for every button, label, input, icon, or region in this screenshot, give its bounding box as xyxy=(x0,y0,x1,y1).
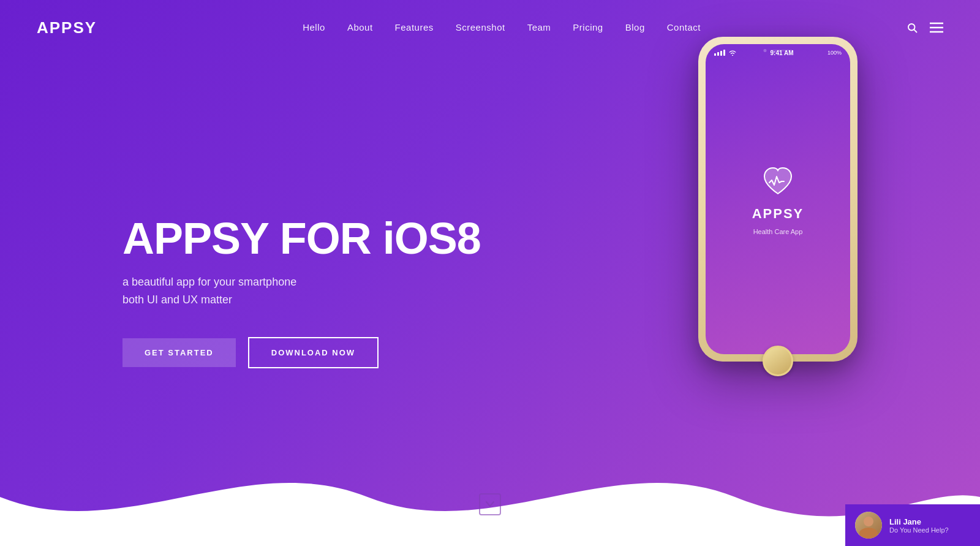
nav-item-pricing[interactable]: Pricing xyxy=(573,22,603,33)
hero-subtitle-1: a beautiful app for your smartphone xyxy=(123,276,481,289)
chat-avatar-image xyxy=(855,512,882,539)
hero-title: APPSY FOR iOS8 xyxy=(123,214,481,263)
nav-actions xyxy=(907,22,943,33)
scroll-chevron[interactable] xyxy=(479,493,501,515)
chat-widget[interactable]: Lili Jane Do You Need Help? xyxy=(845,504,980,546)
app-heart-icon xyxy=(760,163,796,200)
nav-item-about[interactable]: About xyxy=(347,22,373,33)
hero-subtitle-2: both UI and UX matter xyxy=(123,294,481,306)
chat-text: Lili Jane Do You Need Help? xyxy=(889,517,949,534)
phone-app-name: APPSY xyxy=(752,206,804,222)
scroll-indicator[interactable] xyxy=(479,493,501,515)
nav-item-blog[interactable]: Blog xyxy=(625,22,645,33)
svg-line-1 xyxy=(914,29,916,32)
phone-app-content: APPSY Health Care App xyxy=(752,163,804,235)
download-button[interactable]: DOWNLOAD NOW xyxy=(248,337,379,368)
nav-item-contact[interactable]: Contact xyxy=(667,22,701,33)
phone-app-tagline: Health Care App xyxy=(753,228,803,235)
hero-content: APPSY FOR iOS8 a beautiful app for your … xyxy=(0,178,481,368)
nav-item-hello[interactable]: Hello xyxy=(303,22,325,33)
search-icon xyxy=(907,22,918,33)
get-started-button[interactable]: GET STARTED xyxy=(123,338,236,367)
nav-item-features[interactable]: Features xyxy=(395,22,434,33)
menu-button[interactable] xyxy=(930,22,943,33)
chat-avatar xyxy=(855,512,882,539)
hero-section: APPSY FOR iOS8 a beautiful app for your … xyxy=(0,0,980,546)
chevron-down-icon xyxy=(486,500,494,509)
phone-screen: 9:41 AM 100% APPSY H xyxy=(706,44,850,354)
nav-logo: APPSY xyxy=(37,18,97,37)
hero-buttons: GET STARTED DOWNLOAD NOW xyxy=(123,337,481,368)
phone-outer-frame: 9:41 AM 100% APPSY H xyxy=(698,37,858,362)
search-button[interactable] xyxy=(907,22,918,33)
brand-name: APPSY xyxy=(37,18,97,37)
chat-help-text: Do You Need Help? xyxy=(889,526,949,534)
phone-home-button xyxy=(763,346,793,376)
chat-agent-name: Lili Jane xyxy=(889,517,949,526)
hamburger-icon xyxy=(930,22,943,33)
phone-mockup: 9:41 AM 100% APPSY H xyxy=(698,37,858,362)
navbar: APPSY Hello About Features Screenshot Te… xyxy=(0,0,980,55)
nav-item-screenshot[interactable]: Screenshot xyxy=(456,22,505,33)
nav-item-team[interactable]: Team xyxy=(527,22,551,33)
nav-links: Hello About Features Screenshot Team Pri… xyxy=(303,22,701,33)
